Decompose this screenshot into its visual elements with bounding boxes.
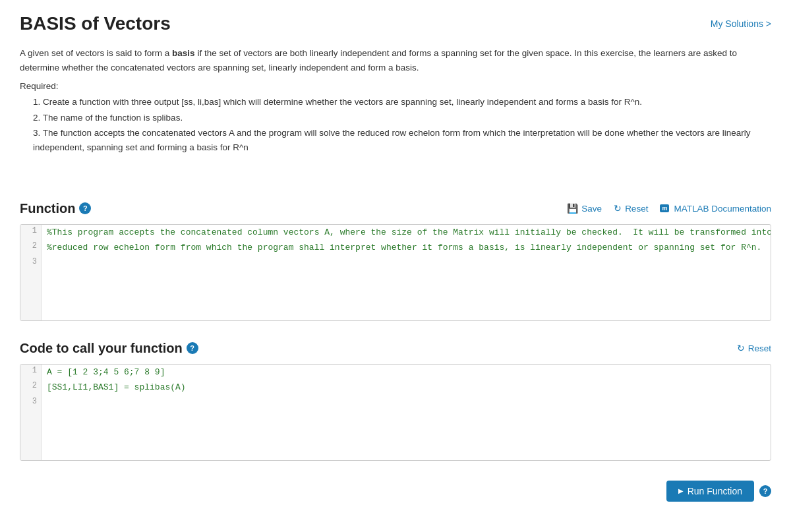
page-title: BASIS of Vectors [20,13,171,34]
function-empty-space [20,268,771,320]
function-code-editor[interactable]: 1 %This program accepts the concatenated… [20,224,771,321]
description-text: A given set of vectors is said to form a… [20,46,771,74]
run-function-label: Run Function [688,486,742,496]
call-line-num-1: 1 [20,365,42,380]
call-reset-button[interactable]: ↻ Reset [737,343,771,353]
desc-text1: A given set of vectors is said to form a [20,48,172,58]
function-section-title: Function ? [20,201,91,216]
call-empty-code [42,407,771,460]
requirement-1: Create a function with three output [ss,… [33,95,771,109]
function-line-num-2: 2 [20,240,42,256]
function-line-num-3: 3 [20,256,42,268]
desc-bold: basis [172,48,195,58]
call-line-2: 2 [SS1,LI1,BAS1] = splibas(A) [20,380,771,396]
call-line-3: 3 [20,396,771,407]
function-line-code-1: %This program accepts the concatenated c… [42,225,771,241]
call-line-code-1: A = [1 2 3;4 5 6;7 8 9] [42,365,771,380]
function-title-text: Function [20,201,75,216]
save-button[interactable]: 💾 Save [567,203,602,214]
call-help-icon[interactable]: ? [187,342,198,354]
call-toolbar: ↻ Reset [737,343,771,353]
required-label: Required: [20,81,771,91]
function-empty-code [42,268,771,320]
save-icon: 💾 [567,203,578,214]
call-section-header: Code to call your function ? ↻ Reset [20,341,771,356]
run-function-button[interactable]: ▶ Run Function [666,481,754,502]
call-reset-icon: ↻ [737,343,745,353]
function-line-code-2: %reduced row echelon form from which the… [42,240,771,256]
my-solutions-link[interactable]: My Solutions > [711,18,771,29]
function-toolbar: 💾 Save ↻ Reset m MATLAB Documentation [567,203,771,214]
call-code-editor[interactable]: 1 A = [1 2 3;4 5 6;7 8 9] 2 [SS1,LI1,BAS… [20,364,771,461]
reset-button[interactable]: ↻ Reset [614,203,648,214]
function-help-icon[interactable]: ? [79,202,91,214]
function-section-header: Function ? 💾 Save ↻ Reset m MATLAB Docum… [20,201,771,216]
call-reset-label: Reset [748,343,771,353]
requirement-2: The name of the function is splibas. [33,111,771,125]
call-empty-num [20,407,42,460]
run-icon: ▶ [678,487,684,494]
function-empty-num [20,268,42,320]
function-line-2: 2 %reduced row echelon form from which t… [20,240,771,256]
function-code-lines: 1 %This program accepts the concatenated… [20,225,771,320]
run-function-row: ▶ Run Function ? [20,481,771,502]
matlab-docs-button[interactable]: m MATLAB Documentation [660,204,771,214]
run-help-icon[interactable]: ? [759,485,771,497]
save-label: Save [581,204,602,214]
requirements-list: Create a function with three output [ss,… [20,95,771,154]
function-line-num-1: 1 [20,225,42,241]
reset-label: Reset [625,204,648,214]
requirement-3: The function accepts the concatenated ve… [33,126,771,154]
call-line-code-3 [42,396,771,407]
call-section: Code to call your function ? ↻ Reset 1 A… [20,341,771,461]
call-line-code-2: [SS1,LI1,BAS1] = splibas(A) [42,380,771,396]
matlab-icon: m [660,204,669,212]
call-code-lines: 1 A = [1 2 3;4 5 6;7 8 9] 2 [SS1,LI1,BAS… [20,365,771,460]
call-empty-space [20,407,771,460]
call-line-num-2: 2 [20,380,42,396]
call-title-text: Code to call your function [20,341,183,356]
call-line-1: 1 A = [1 2 3;4 5 6;7 8 9] [20,365,771,380]
call-section-title: Code to call your function ? [20,341,198,356]
matlab-docs-label: MATLAB Documentation [674,204,771,214]
function-line-3: 3 [20,256,771,268]
call-line-num-3: 3 [20,396,42,407]
function-line-code-3 [42,256,771,268]
reset-icon: ↻ [614,203,622,214]
function-line-1: 1 %This program accepts the concatenated… [20,225,771,241]
